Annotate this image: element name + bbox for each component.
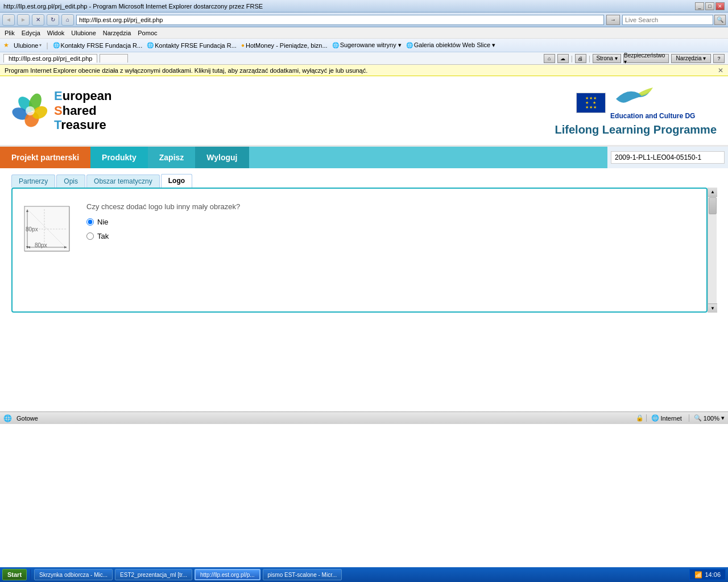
lock-icon: 🔒 — [636, 414, 644, 422]
home-small-btn[interactable]: ⌂ — [544, 54, 555, 63]
nav-wyloguj[interactable]: Wyloguj — [195, 147, 249, 168]
title-bar: http://llp.est.org.pl/prj_edit.php - Pro… — [0, 0, 728, 13]
menu-plik[interactable]: Plik — [5, 30, 15, 36]
rss-btn[interactable]: ☁ — [557, 54, 569, 63]
close-button[interactable]: ✕ — [715, 2, 725, 10]
svg-marker-17 — [26, 209, 28, 212]
radio-nie-label[interactable]: Nie — [97, 218, 109, 226]
scroll-down-button[interactable]: ▼ — [708, 304, 717, 313]
eu-logo-top: ★★★ ★ ★ ★★★ Education and Culture DG — [576, 85, 695, 121]
page-btn[interactable]: Strona ▾ — [593, 54, 621, 63]
live-search-input[interactable] — [622, 15, 713, 25]
scroll-up-button[interactable]: ▲ — [708, 188, 717, 197]
side-scrollbar[interactable]: ▲ ▼ — [708, 188, 717, 313]
scroll-track — [708, 197, 717, 304]
print-btn[interactable]: 🖨 — [575, 54, 586, 63]
site-logo-text: European Shared Treasure — [54, 89, 111, 132]
menu-ulubione[interactable]: Ulubione — [71, 30, 96, 36]
page-content: European Shared Treasure ★★★ ★ ★ ★★★ — [0, 76, 728, 411]
project-code-input[interactable] — [611, 151, 725, 164]
help-btn[interactable]: ? — [713, 54, 725, 63]
window-controls[interactable]: _ □ ✕ — [695, 2, 725, 10]
ulubione-button[interactable]: Ulubione ▾ — [14, 42, 42, 49]
question-text: Czy chcesz dodać logo lub inny mały obra… — [86, 202, 695, 211]
maximize-button[interactable]: □ — [705, 2, 714, 10]
menu-narzedzia[interactable]: Narzędzia — [103, 30, 131, 36]
fav-item-1[interactable]: 🌐 Kontakty FRSE Fundacja R... — [53, 42, 143, 49]
refresh-button[interactable]: ↻ — [47, 14, 59, 26]
form-box: 80px 80px — [11, 188, 708, 313]
tab-partnerzy[interactable]: Partnerzy — [11, 174, 55, 188]
form-right: Czy chcesz dodać logo lub inny mały obra… — [86, 200, 695, 246]
zoom-level: 100% — [704, 415, 719, 422]
radio-nie[interactable] — [86, 218, 94, 226]
minimize-button[interactable]: _ — [695, 2, 704, 10]
status-text: Gotowe — [16, 415, 631, 422]
zone-text: Internet — [661, 415, 682, 422]
address-input[interactable] — [76, 15, 604, 25]
eu-flag-icon: ★★★ ★ ★ ★★★ — [576, 93, 606, 113]
browser-tab-bar: http://llp.est.org.pl/prj_edit.php ⌂ ☁ |… — [0, 52, 728, 65]
fav-item-2[interactable]: 🌐 Kontakty FRSE Fundacja R... — [147, 42, 237, 49]
nav-produkty[interactable]: Produkty — [90, 147, 148, 168]
status-bar: 🌐 Gotowe 🔒 🌐 Internet 🔍 100% ▾ — [0, 411, 728, 424]
radio-nie-option: Nie — [86, 218, 695, 226]
project-code-area — [607, 147, 728, 168]
nav-projekt-partnerski[interactable]: Projekt partnerski — [0, 147, 90, 168]
radio-tak-label[interactable]: Tak — [97, 232, 109, 240]
logo-area: European Shared Treasure — [11, 89, 111, 132]
tab-opis[interactable]: Opis — [56, 174, 85, 188]
zoom-area: 🔍 100% ▾ — [689, 414, 725, 422]
browser-tab-2[interactable] — [100, 54, 128, 63]
fav-item-5[interactable]: 🌐 Galeria obiektów Web Slice ▾ — [406, 41, 495, 49]
main-nav: Projekt partnerski Produkty Zapisz Wylog… — [0, 147, 728, 168]
info-bar-close[interactable]: ✕ — [718, 66, 723, 74]
bird-logo-icon: Education and Culture DG — [610, 85, 695, 121]
favorites-star-icon: ★ — [3, 41, 9, 49]
content-area: Partnerzy Opis Obszar tematyczny Logo 80… — [0, 168, 728, 318]
tab-logo[interactable]: Logo — [161, 174, 192, 188]
edu-culture-text: Education and Culture DG — [610, 112, 695, 121]
tools-btn[interactable]: Narzędzia ▾ — [671, 54, 711, 63]
live-search-area: 🔍 — [622, 15, 726, 25]
security-btn[interactable]: Bezpieczeństwo ▾ — [623, 54, 669, 63]
status-icon: 🌐 — [3, 414, 12, 422]
radio-tak-option: Tak — [86, 232, 695, 240]
nav-zapisz[interactable]: Zapisz — [148, 147, 196, 168]
browser-tab-1[interactable]: http://llp.est.org.pl/prj_edit.php — [3, 54, 97, 63]
fav-item-3[interactable]: ● HotMoney - Pieniądze, bizn... — [241, 42, 328, 49]
image-placeholder: 80px 80px — [24, 206, 69, 251]
tab-obszar-tematyczny[interactable]: Obszar tematyczny — [86, 174, 160, 188]
zoom-text: 🔍 — [694, 414, 702, 422]
window-title: http://llp.est.org.pl/prj_edit.php - Pro… — [3, 3, 263, 10]
menu-bar: Plik Edycja Widok Ulubione Narzędzia Pom… — [0, 27, 728, 39]
status-zone: 🌐 Internet — [646, 414, 686, 422]
eu-logo-area: ★★★ ★ ★ ★★★ Education and Culture DG Lif… — [555, 85, 717, 136]
menu-edycja[interactable]: Edycja — [22, 30, 40, 36]
zone-icon: 🌐 — [651, 414, 659, 422]
form-container: 80px 80px — [11, 188, 717, 313]
svg-point-5 — [26, 106, 35, 115]
menu-widok[interactable]: Widok — [47, 30, 65, 36]
svg-marker-15 — [64, 246, 67, 248]
site-header: European Shared Treasure ★★★ ★ ★ ★★★ — [0, 76, 728, 147]
dimension-lines-icon — [24, 206, 70, 252]
llp-text: Lifelong Learning Programme — [555, 123, 717, 136]
search-button[interactable]: 🔍 — [714, 15, 726, 25]
favorites-bar: ★ Ulubione ▾ | 🌐 Kontakty FRSE Fundacja … — [0, 39, 728, 52]
fav-item-4[interactable]: 🌐 Sugerowane witryny ▾ — [332, 41, 402, 49]
zoom-arrow-icon[interactable]: ▾ — [721, 414, 725, 422]
go-button[interactable]: → — [606, 15, 620, 25]
scroll-thumb[interactable] — [709, 197, 717, 214]
status-right: 🔒 🌐 Internet 🔍 100% ▾ — [636, 414, 725, 422]
home-button[interactable]: ⌂ — [61, 14, 74, 26]
radio-tak[interactable] — [86, 232, 94, 240]
info-bar: Program Internet Explorer obecnie działa… — [0, 65, 728, 76]
browser-toolbar-right: ⌂ ☁ | 🖨 | Strona ▾ Bezpieczeństwo ▾ Narz… — [544, 54, 725, 63]
nav-toolbar: ◄ ► ✕ ↻ ⌂ → 🔍 — [0, 13, 728, 27]
back-button[interactable]: ◄ — [2, 14, 15, 26]
forward-button[interactable]: ► — [17, 14, 30, 26]
menu-pomoc[interactable]: Pomoc — [138, 30, 157, 36]
stop-button[interactable]: ✕ — [32, 14, 44, 26]
info-bar-text: Program Internet Explorer obecnie działa… — [5, 67, 367, 74]
